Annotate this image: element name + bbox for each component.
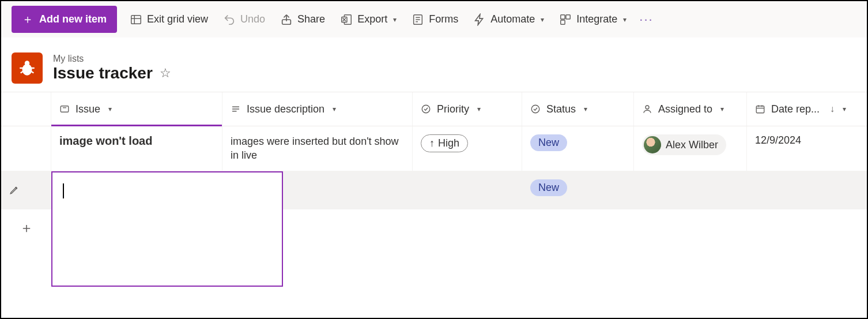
row-gutter [1,126,51,171]
svg-rect-26 [756,106,764,113]
add-new-item-label: Add new item [39,13,107,25]
add-new-item-button[interactable]: ＋ Add new item [12,6,117,33]
svg-rect-19 [61,106,69,112]
undo-icon [223,13,236,26]
svg-line-17 [21,72,23,73]
choice-column-icon [530,104,541,114]
column-header-assigned-to[interactable]: Assigned to ▾ [634,92,747,126]
integrate-button[interactable]: Integrate ▾ [557,10,629,29]
share-icon [280,13,293,26]
date-value: 12/9/2024 [755,134,801,147]
undo-button: Undo [221,10,267,29]
cell-assigned-to[interactable] [634,171,747,209]
favorite-star-icon[interactable]: ☆ [160,66,171,81]
integrate-label: Integrate [576,13,617,25]
breadcrumb[interactable]: My lists [53,54,171,64]
svg-rect-0 [131,15,141,24]
chevron-down-icon: ▾ [393,16,397,24]
date-column-icon [755,104,765,114]
text-cursor [63,183,64,198]
undo-label: Undo [240,13,265,25]
cell-priority[interactable] [413,171,522,209]
list-bug-icon [12,52,43,84]
chevron-down-icon[interactable]: ▾ [333,105,336,113]
column-label: Status [546,103,576,115]
column-header-issue[interactable]: Issue ▾ [51,92,222,126]
forms-icon [412,13,424,26]
cell-status[interactable]: New [522,126,634,171]
arrow-up-icon: ↑ [429,137,435,149]
grid-icon [130,13,142,26]
cell-date-reported[interactable] [747,171,861,209]
svg-line-18 [31,72,33,73]
priority-label: High [438,137,459,149]
issue-title: image won't load [59,134,152,148]
issue-title-input[interactable] [51,171,283,287]
text-column-icon [59,104,70,114]
forms-label: Forms [429,13,458,25]
plus-icon: ＋ [22,12,33,27]
exit-grid-view-button[interactable]: Exit grid view [127,10,210,29]
cell-status[interactable]: New [522,171,634,209]
cell-issue[interactable]: image won't load [51,126,222,171]
column-label: Priority [437,103,469,115]
column-label: Assigned to [658,103,712,115]
integrate-icon [559,13,572,26]
table-row[interactable]: image won't load images were inserted bu… [1,126,867,171]
gutter [1,92,51,126]
svg-point-25 [646,106,649,109]
forms-button[interactable]: Forms [409,10,461,29]
chevron-down-icon: ▾ [623,16,627,24]
column-header-row: Issue ▾ Issue description ▾ Priority ▾ S… [1,92,867,126]
person-column-icon [642,104,652,114]
table-row-editing[interactable]: New [1,171,867,209]
column-label: Issue description [247,103,324,115]
cell-description[interactable]: images were inserted but don't show in l… [222,126,413,171]
column-header-priority[interactable]: Priority ▾ [413,92,522,126]
assignee-chip: Alex Wilber [642,134,726,155]
column-label: Date rep... [771,103,820,115]
export-label: Export [357,13,387,25]
sort-descending-icon[interactable]: ↓ [830,104,835,114]
page-title: Issue tracker [53,64,153,82]
choice-column-icon [421,104,431,114]
chevron-down-icon[interactable]: ▾ [584,105,587,113]
assignee-name: Alex Wilber [666,139,718,151]
export-button[interactable]: Export ▾ [338,10,399,29]
chevron-down-icon: ▾ [541,16,544,24]
more-options-button[interactable]: ··· [639,12,653,27]
column-label: Issue [76,103,100,115]
cell-priority[interactable]: ↑ High [413,126,522,171]
priority-badge: ↑ High [421,134,468,152]
automate-label: Automate [490,13,535,25]
cell-assigned-to[interactable]: Alex Wilber [634,126,747,171]
avatar [644,136,661,153]
svg-point-24 [531,105,539,113]
svg-rect-12 [561,20,565,24]
chevron-down-icon[interactable]: ▾ [720,105,724,113]
automate-button[interactable]: Automate ▾ [471,10,546,29]
edit-icon [9,185,20,195]
row-gutter [1,171,51,209]
column-header-description[interactable]: Issue description ▾ [222,92,413,126]
svg-rect-11 [566,14,570,18]
plus-icon[interactable]: ＋ [20,219,33,237]
multiline-text-icon [231,104,241,114]
status-badge: New [530,134,567,151]
excel-icon [340,13,353,26]
share-button[interactable]: Share [278,10,327,29]
chevron-down-icon[interactable]: ▾ [843,105,846,113]
issue-description: images were inserted but don't show in l… [231,134,404,163]
column-header-status[interactable]: Status ▾ [522,92,634,126]
chevron-down-icon[interactable]: ▾ [477,105,481,113]
column-header-date-reported[interactable]: Date rep... ↓ ▾ [747,92,861,126]
svg-rect-10 [561,14,565,18]
chevron-down-icon[interactable]: ▾ [108,105,112,113]
toolbar: ＋ Add new item Exit grid view Undo Share… [1,1,867,37]
list-header: My lists Issue tracker ☆ [1,37,867,92]
svg-point-13 [22,64,32,76]
cell-date-reported[interactable]: 12/9/2024 [747,126,861,171]
automate-icon [473,13,486,26]
status-badge: New [530,179,567,196]
exit-grid-view-label: Exit grid view [147,13,208,25]
